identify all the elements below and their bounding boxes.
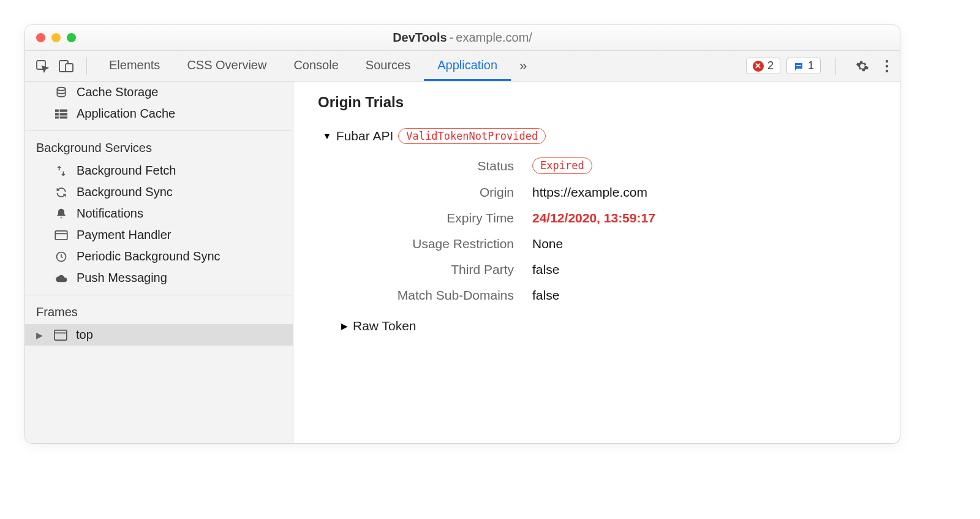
devtools-window: DevTools - example.com/ Elements	[24, 25, 900, 444]
bell-icon	[53, 207, 69, 221]
toolbar-left-icons	[31, 59, 78, 74]
minimize-icon[interactable]	[51, 33, 61, 42]
sidebar-item-notifications[interactable]: Notifications	[25, 203, 293, 224]
more-tabs-icon[interactable]: »	[511, 58, 535, 74]
error-icon: ✕	[753, 61, 764, 72]
inspect-icon[interactable]	[35, 59, 50, 74]
sidebar-item-application-cache[interactable]: Application Cache	[25, 103, 293, 124]
match-subdomains-key: Match Sub-Domains	[342, 288, 514, 303]
database-icon	[53, 86, 69, 99]
toolbar-right: ✕ 2 1	[746, 57, 894, 75]
frame-icon	[53, 328, 69, 342]
sidebar-label: Cache Storage	[77, 85, 158, 99]
disclosure-triangle-icon[interactable]: ▶	[341, 321, 348, 331]
trial-header-row[interactable]: ▼ Fubar API ValidTokenNotProvided	[323, 128, 875, 144]
sidebar-item-periodic-background-sync[interactable]: Periodic Background Sync	[25, 246, 293, 267]
message-count: 1	[808, 59, 814, 72]
third-party-key: Third Party	[342, 262, 514, 277]
sidebar-section-background-services: Background Services	[25, 131, 293, 160]
clock-icon	[53, 250, 69, 263]
settings-icon[interactable]	[851, 57, 874, 75]
close-icon[interactable]	[36, 33, 45, 42]
raw-token-row[interactable]: ▶ Raw Token	[341, 319, 875, 333]
match-subdomains-value: false	[532, 288, 875, 303]
svg-point-5	[886, 64, 888, 67]
raw-token-label: Raw Token	[353, 319, 417, 333]
title-app: DevTools	[393, 31, 447, 45]
svg-rect-11	[60, 113, 68, 115]
origin-value: https://example.com	[532, 185, 875, 200]
toolbar-divider	[86, 58, 87, 75]
mac-titlebar: DevTools - example.com/	[25, 25, 900, 51]
sidebar-label: Application Cache	[77, 107, 175, 121]
svg-rect-3	[796, 65, 801, 66]
trial-status-badge: ValidTokenNotProvided	[398, 128, 546, 144]
sidebar-section-frames: Frames	[25, 295, 293, 324]
sidebar-item-background-sync[interactable]: Background Sync	[25, 181, 293, 203]
application-sidebar: Cache Storage Application Cache Backgrou…	[25, 81, 293, 443]
origin-key: Origin	[342, 185, 514, 200]
title-sep: -	[450, 31, 454, 45]
svg-rect-8	[55, 109, 59, 112]
tab-elements[interactable]: Elements	[96, 51, 173, 81]
tab-application[interactable]: Application	[424, 51, 511, 81]
svg-rect-9	[60, 109, 68, 112]
fetch-icon	[53, 164, 69, 178]
expiry-key: Expiry Time	[342, 211, 514, 225]
svg-point-6	[886, 69, 888, 72]
device-toolbar-icon[interactable]	[58, 59, 74, 74]
third-party-value: false	[532, 262, 875, 277]
sidebar-item-payment-handler[interactable]: Payment Handler	[25, 224, 293, 246]
tab-css-overview-label: CSS Overview	[187, 58, 266, 72]
tab-console-label: Console	[293, 58, 338, 72]
disclosure-triangle-icon[interactable]: ▼	[323, 131, 331, 141]
svg-rect-13	[60, 116, 68, 118]
svg-point-4	[886, 59, 888, 62]
error-count: 2	[767, 59, 774, 72]
sidebar-label: Push Messaging	[77, 271, 167, 285]
origin-trials-heading: Origin Trials	[318, 94, 875, 111]
message-count-pill[interactable]: 1	[786, 58, 821, 74]
disclosure-triangle-icon[interactable]: ▶	[36, 330, 43, 340]
tab-sources[interactable]: Sources	[352, 51, 424, 81]
cloud-icon	[53, 271, 69, 285]
sidebar-item-background-fetch[interactable]: Background Fetch	[25, 160, 293, 181]
expiry-value: 24/12/2020, 13:59:17	[532, 211, 875, 225]
devtools-toolbar: Elements CSS Overview Console Sources Ap…	[25, 51, 900, 81]
tab-console[interactable]: Console	[280, 51, 352, 81]
grid-icon	[53, 107, 69, 121]
status-key: Status	[342, 159, 514, 173]
more-options-icon[interactable]	[880, 57, 894, 75]
title-url: example.com/	[456, 31, 532, 45]
usage-restriction-key: Usage Restriction	[342, 237, 514, 251]
sidebar-label: top	[76, 328, 93, 342]
window-title: DevTools - example.com/	[393, 31, 532, 45]
usage-restriction-value: None	[532, 237, 875, 251]
status-badge: Expired	[532, 157, 592, 173]
trial-properties: Status Expired Origin https://example.co…	[342, 157, 875, 302]
main-pane: Origin Trials ▼ Fubar API ValidTokenNotP…	[293, 81, 900, 443]
sidebar-item-push-messaging[interactable]: Push Messaging	[25, 267, 293, 289]
sidebar-label: Periodic Background Sync	[77, 249, 221, 263]
traffic-lights	[36, 33, 76, 42]
sidebar-item-frame-top[interactable]: ▶ top	[25, 324, 293, 346]
status-value: Expired	[532, 157, 875, 173]
card-icon	[53, 229, 69, 242]
sidebar-label: Background Fetch	[77, 164, 176, 178]
svg-rect-14	[55, 230, 67, 239]
toolbar-divider-right	[835, 58, 836, 75]
svg-rect-10	[55, 113, 59, 115]
toolbar-tabs: Elements CSS Overview Console Sources Ap…	[96, 51, 511, 81]
tab-css-overview[interactable]: CSS Overview	[173, 51, 280, 81]
tab-elements-label: Elements	[109, 58, 160, 72]
svg-point-7	[57, 87, 65, 90]
maximize-icon[interactable]	[67, 33, 76, 42]
svg-rect-12	[55, 116, 59, 118]
tab-sources-label: Sources	[366, 58, 410, 72]
sync-icon	[53, 186, 69, 199]
sidebar-item-cache-storage[interactable]: Cache Storage	[25, 81, 293, 103]
error-count-pill[interactable]: ✕ 2	[746, 58, 780, 74]
svg-rect-2	[66, 64, 73, 72]
tab-application-label: Application	[437, 58, 497, 72]
devtools-body: Cache Storage Application Cache Backgrou…	[25, 81, 900, 443]
